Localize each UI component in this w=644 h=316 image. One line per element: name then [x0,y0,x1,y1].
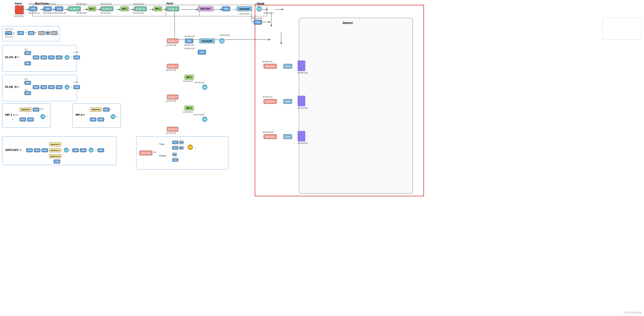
elan-b-legend: ELAN_B = c//2 CBS CBS CBS CBS CBS cat → … [2,45,77,72]
mp2-1: MP-2 [184,75,194,80]
input-size-label: 640×640×3 [14,15,24,17]
sppcspc-mp5: MaxPool 5 [49,142,61,146]
label-80x80x255: 80×80×255 [298,72,308,74]
cbs-2: CBS [44,6,52,11]
label-20x20x1024b: 20×20×1024 [133,12,144,14]
mp2-maxpool: MaxPool [90,108,102,112]
label-40x40x512: 40×40×512 [264,12,274,14]
label-40x40x512: 40×40×512 [100,12,111,14]
bn-legend: BN [46,31,50,35]
neck-cbs1: CBS [222,6,230,11]
neck-cbs4: CBS [198,50,206,55]
mp2-eq: MP-2 = [76,113,85,116]
label-40x40x1024: 40×40×1024 [100,3,112,5]
label-20x20x1024: 20×20×1024 [133,3,144,5]
elab-h3: ELAB_H [167,95,178,99]
label-160x160x256: 160×160×256 [44,3,56,5]
cbs-1: CBS [29,6,37,11]
label-40x40x256b: 40×40×256 [252,17,262,19]
elan-b1: ELAN_B [68,6,81,11]
elab-h-cbs3: CBS [40,85,47,89]
label-40x40x512: 40×40×512 [194,81,204,84]
elan-b-cbs2: CBS [33,55,39,59]
label-40x40x256c: 40×40×256 [166,44,176,46]
neck-cbs3: CBS [185,39,193,43]
elab-h-eq: ELAB_H = [5,85,19,88]
sppcspc-eq: SPPCSPC = [5,148,21,152]
mp1-2: MP-1 [120,6,129,11]
sppcspc-cbs2: CBS [34,148,40,152]
mp1-cbs1: CBS [33,108,39,112]
label-40x40x128: 40×40×128 [184,44,194,46]
label-320x320x64: 320×320×64 [28,3,40,5]
blank-top-right [602,18,642,40]
rc-bn1: BN [179,141,184,144]
cat-2: cat [219,38,224,44]
elan-b2: ELAN_B [100,6,113,11]
mp2-2: MP-2 [184,106,194,110]
upsample-1: Upsample [237,6,252,11]
mp2-cbs1: CBS [103,108,110,112]
input-label: Input [15,2,22,5]
mp1-1: MP-1 [88,6,96,11]
mp1-cat: cat [40,114,45,119]
rc-cbs-bn1: CBS [172,141,178,144]
cat-4: cat [202,117,207,122]
elab-h-cat: cat [64,85,70,90]
elab-h-cbs4: CBS [48,85,55,89]
sppcspc-cbs4: CBS [72,148,79,152]
label-20x20x512: 20×20×512 [183,111,193,113]
output-3d-2 [298,96,305,106]
mp1-legend: MP-1 = MaxPool CBS c//2 CBS CBS cat → c/… [2,103,50,128]
elab-h1: ELAB_H [167,39,178,43]
rc-cbs-bn2: CBS [172,146,178,150]
sppcspc-mp13: MaxPool 13 [49,154,61,158]
rc-add: add [188,144,193,150]
elan-b-cbs5: CBS [56,55,62,59]
label-80x80x256: 80×80×256 [76,12,86,14]
upsample-2: Upsample [200,39,215,43]
elab-h-cbsout: CBS [73,85,80,89]
output-3d-3 [298,131,305,141]
label-40x40x255: 40×40×255 [298,107,308,109]
conv-3: Conv [283,134,292,139]
label-80x80x128b: 80×80×128 [184,47,194,50]
label-20x20x256: 20×20×256 [240,13,250,15]
sppcspc-cbs6: CBS [98,148,104,152]
label-20x20x1024: 20×20×1024 [262,131,274,133]
elan-b-cbs3: CBS [40,55,47,59]
elab-h-cbs1: CBS [24,81,31,85]
elan-b-cat: cat [64,55,70,60]
neck-label: Neck [166,2,173,5]
output-3d-1 [298,61,305,71]
conv-1: Conv [283,64,292,69]
sppcspc-cbs1: CBS [26,148,33,152]
elan-b-cbsout: CBS [73,55,80,59]
sppcspc-cat2: cat [89,148,94,152]
mp2-cat: cat [111,114,116,119]
sppcspc: SPPCSPC [198,6,214,11]
sppcspc-cbs5: CBS [80,148,86,152]
label-80x80x128c: 80×80×128 [166,69,176,71]
elab-h-legend: ELAB_H = c//2 CBS c//4 CBS CBS CBS CBS c… [2,75,77,101]
label-20x20x512: 20×20×512 [166,132,176,134]
mp1-3: MP-1 [154,6,162,11]
label-40x40x256: 40×40×256 [255,3,265,5]
sppcspc-legend: SPPCSPC = CBS CBS CBS MaxPool 5 MaxPool … [2,136,116,165]
rc-cbs3: CBS [172,158,178,162]
label-40x40x256: 40×40×256 [183,80,193,82]
mp1-eq: MP-1 = [5,113,14,116]
elan-b4: ELAN_B [166,6,179,11]
input-node [15,6,24,14]
detect-label: Detect [343,21,353,25]
rc-bn2: BN [179,146,184,150]
elab-h2: ELAB_H [167,64,178,69]
silu-legend: SiLU [51,31,58,35]
mp1-cbs3: CBS [27,117,34,121]
cat-1: cat [256,6,262,12]
main-container: Input Backbone Neck Head 640×640×3 CBS C… [0,0,644,316]
elan-b-cbs6: CBS [24,61,31,65]
cat-3: cat [202,84,207,90]
repconv-legend: RepConv = Train CBS BN CBS BN Deploy BN … [136,136,228,170]
conv-legend: Conv [38,31,45,35]
